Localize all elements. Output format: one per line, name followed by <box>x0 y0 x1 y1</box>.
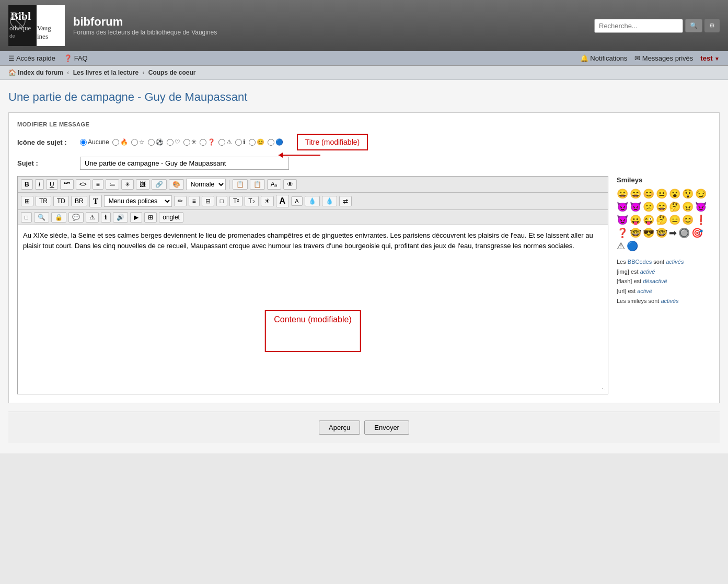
code-button[interactable]: <> <box>76 179 90 190</box>
smiley-19[interactable]: 😑 <box>669 214 680 226</box>
acces-rapide-link[interactable]: ☰ Accès rapide <box>8 54 55 62</box>
td-button[interactable]: TD <box>53 196 69 206</box>
smiley-17[interactable]: 😜 <box>643 214 654 226</box>
icon-question[interactable]: ❓ <box>200 138 215 146</box>
smiley-11[interactable]: 😄 <box>656 201 667 213</box>
arrows-button[interactable]: ⇄ <box>339 196 352 206</box>
list-unordered-button[interactable]: ≡ <box>93 179 103 190</box>
smiley-1[interactable]: 😀 <box>617 188 628 200</box>
breadcrumb-cat[interactable]: Les livres et la lecture <box>73 69 138 76</box>
icon-fire[interactable]: 🔥 <box>112 138 128 146</box>
link-button[interactable]: 🔗 <box>152 179 167 190</box>
search-toolbar-button[interactable]: 🔍 <box>34 212 49 223</box>
superscript-button[interactable]: T² <box>229 196 242 206</box>
align-button[interactable]: ≡ <box>189 196 200 206</box>
subscript-button[interactable]: T₂ <box>245 196 258 206</box>
smiley-6[interactable]: 😲 <box>682 188 694 200</box>
alert-button[interactable]: ⚠ <box>86 212 99 223</box>
smiley-21[interactable]: ❗ <box>695 214 707 226</box>
smiley-28[interactable]: 🎯 <box>691 227 703 239</box>
icon-heart[interactable]: ♡ <box>167 138 180 146</box>
smiley-2[interactable]: 😄 <box>630 188 641 200</box>
onglet-button[interactable]: onglet <box>159 212 183 223</box>
search-button[interactable]: 🔍 <box>685 19 702 32</box>
text-button[interactable]: 𝐓 <box>89 195 102 207</box>
table2-button[interactable]: ⊟ <box>202 196 214 206</box>
icon-none[interactable]: Aucune <box>80 138 109 146</box>
smiley-4[interactable]: 😐 <box>656 188 667 200</box>
send-button[interactable]: Envoyer <box>364 421 409 435</box>
smiley-18[interactable]: 🤔 <box>656 214 667 226</box>
icon-info[interactable]: ℹ <box>235 138 246 146</box>
smiley-27[interactable]: 🔘 <box>678 227 690 239</box>
erase-format-button[interactable]: ✏ <box>174 196 187 206</box>
smiley-24[interactable]: 😎 <box>643 227 654 239</box>
grid-button[interactable]: ⊞ <box>144 212 157 223</box>
font-size-small-button[interactable]: A <box>291 196 302 206</box>
smiley-9[interactable]: 👿 <box>630 201 641 213</box>
breadcrumb-home[interactable]: Index du forum <box>18 69 63 76</box>
preview-toggle-button[interactable]: 👁 <box>283 179 297 190</box>
smiley-22[interactable]: ❓ <box>617 227 628 239</box>
settings-button[interactable]: ⚙ <box>704 19 720 32</box>
underline-button[interactable]: U <box>46 179 58 190</box>
editor-textarea[interactable]: Au XIXe siècle, la Seine et ses calmes b… <box>18 225 608 392</box>
notifications-link[interactable]: 🔔 Notifications <box>580 54 627 62</box>
square-button[interactable]: □ <box>21 212 32 223</box>
icon-asterisk[interactable]: ✳ <box>183 138 197 146</box>
smiley-3[interactable]: 😊 <box>643 188 654 200</box>
smiley-30[interactable]: 🔵 <box>627 240 638 252</box>
preview-button[interactable]: Aperçu <box>319 421 360 435</box>
smiley-7[interactable]: 😏 <box>695 188 707 200</box>
smiley-20[interactable]: 😊 <box>682 214 694 226</box>
special-button[interactable]: ✳ <box>121 179 134 190</box>
size-select[interactable]: Normale <box>186 179 226 190</box>
smiley-8[interactable]: 😈 <box>617 201 628 213</box>
image-button[interactable]: 🖼 <box>136 179 149 190</box>
search-input[interactable] <box>594 19 683 33</box>
icon-smile[interactable]: 😊 <box>249 138 264 146</box>
color2-button[interactable]: 💧 <box>322 196 337 206</box>
font-size-big-button[interactable]: A <box>276 195 290 207</box>
bold-button[interactable]: B <box>21 179 33 190</box>
icon-ball[interactable]: ⚽ <box>148 138 164 146</box>
format-button[interactable]: Aₐ <box>267 179 281 190</box>
italic-button[interactable]: I <box>35 179 44 190</box>
icon-star[interactable]: ☆ <box>131 138 145 146</box>
smiley-5[interactable]: 😮 <box>669 188 680 200</box>
sun-button[interactable]: ☀ <box>261 196 274 206</box>
smiley-25[interactable]: 🤓 <box>656 227 667 239</box>
play-button[interactable]: ▶ <box>130 212 142 223</box>
lock-button[interactable]: 🔒 <box>51 212 66 223</box>
list-ordered-button[interactable]: ≔ <box>106 179 119 190</box>
color-button[interactable]: 🎨 <box>169 179 184 190</box>
table-button[interactable]: ⊞ <box>21 196 33 206</box>
sound-button[interactable]: 🔊 <box>113 212 128 223</box>
smiley-29[interactable]: ⚠ <box>617 240 625 252</box>
faq-link[interactable]: ❓ FAQ <box>64 54 88 62</box>
smiley-13[interactable]: 😠 <box>682 201 694 213</box>
copy-button[interactable]: 📋 <box>233 179 248 190</box>
smiley-16[interactable]: 😛 <box>630 214 641 226</box>
speech-button[interactable]: 💬 <box>68 212 84 223</box>
quote-button[interactable]: ❝❞ <box>60 179 74 190</box>
breadcrumb-current[interactable]: Coups de coeur <box>148 69 196 76</box>
subject-input[interactable] <box>80 157 289 170</box>
color1-button[interactable]: 💧 <box>305 196 320 206</box>
smiley-12[interactable]: 🤔 <box>669 201 680 213</box>
info-toolbar-button[interactable]: ℹ <box>101 212 111 223</box>
smiley-15[interactable]: 😈 <box>617 214 628 226</box>
user-menu-link[interactable]: test ▼ <box>700 54 720 62</box>
smiley-23[interactable]: 🤓 <box>630 227 641 239</box>
br-button[interactable]: BR <box>71 196 87 206</box>
box-button[interactable]: □ <box>216 196 227 206</box>
paste-button[interactable]: 📋 <box>250 179 265 190</box>
messages-prives-link[interactable]: ✉ Messages privés <box>634 54 693 62</box>
smiley-14[interactable]: 😈 <box>695 201 707 213</box>
icon-warning[interactable]: ⚠ <box>218 138 232 146</box>
font-select[interactable]: Menu des polices <box>104 195 172 207</box>
tr-button[interactable]: TR <box>36 196 51 206</box>
icon-circle[interactable]: 🔵 <box>268 138 283 146</box>
smiley-26[interactable]: ➡ <box>669 227 677 239</box>
smiley-10[interactable]: 😕 <box>643 201 654 213</box>
